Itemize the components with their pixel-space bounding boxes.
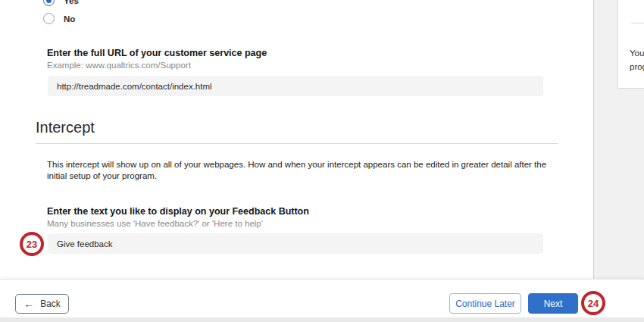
intercept-section-heading: Intercept	[36, 119, 95, 136]
page-background-strip	[0, 317, 644, 322]
radio-option-yes[interactable]: Yes	[43, 0, 79, 6]
feedback-question-helper: Many businesses use 'Have feedback?' or …	[47, 219, 263, 228]
radio-unselected-icon[interactable]	[43, 13, 55, 24]
url-question-label: Enter the full URL of your customer serv…	[47, 48, 267, 58]
annotation-badge-24: 24	[581, 291, 605, 315]
help-card-text-line1: You	[630, 46, 644, 60]
intercept-description: This intercept will show up on all of yo…	[47, 159, 553, 181]
feedback-question-label: Enter the text you like to display on yo…	[47, 206, 309, 217]
radio-dot	[46, 0, 52, 3]
customer-service-url-input[interactable]	[48, 76, 543, 96]
help-card: You prog	[617, 0, 644, 89]
back-button-label: Back	[40, 299, 61, 309]
back-arrow-icon: ←	[23, 299, 34, 309]
url-question-helper: Example: www.qualtrics.com/Support	[47, 61, 191, 70]
help-card-text: You prog	[630, 46, 644, 73]
radio-label-yes: Yes	[64, 0, 79, 5]
help-card-text-line2: prog	[630, 60, 644, 73]
radio-selected-icon[interactable]	[43, 0, 55, 6]
wizard-footer: ← Back Continue Later Next	[0, 279, 644, 317]
annotation-badge-23: 23	[20, 232, 44, 256]
radio-option-no[interactable]: No	[43, 13, 75, 24]
feedback-button-text-input[interactable]	[48, 233, 543, 254]
help-card-divider	[631, 23, 644, 23]
help-side-panel: You prog	[594, 0, 644, 279]
next-button[interactable]: Next	[528, 293, 578, 314]
section-divider	[36, 143, 558, 144]
radio-label-no: No	[64, 14, 75, 23]
continue-later-button[interactable]: Continue Later	[449, 293, 521, 314]
back-button[interactable]: ← Back	[15, 294, 69, 314]
